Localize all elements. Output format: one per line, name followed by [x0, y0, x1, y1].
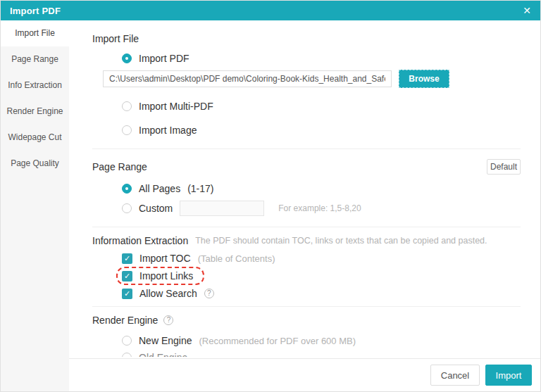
clipped-option-row: Old Engine [92, 350, 521, 357]
import-pdf-option[interactable]: Import PDF [122, 51, 521, 65]
import-file-heading: Import File [92, 33, 521, 44]
allow-search-help-icon[interactable]: ? [204, 289, 214, 298]
import-button[interactable]: Import [485, 365, 532, 386]
sidebar-item-import-file[interactable]: Import File [1, 20, 69, 46]
file-path-input[interactable] [103, 70, 392, 87]
import-pdf-label: Import PDF [139, 53, 189, 64]
dialog-footer: Cancel Import [69, 358, 540, 391]
import-pdf-radio[interactable] [122, 53, 132, 63]
info-extraction-heading-row: Information Extraction The PDF should co… [92, 234, 521, 247]
allow-search-option[interactable]: ✓ Allow Search ? [122, 286, 521, 301]
old-engine-radio[interactable] [122, 353, 132, 357]
browse-button[interactable]: Browse [399, 70, 449, 88]
import-links-label: Import Links [139, 270, 193, 282]
dialog-title: Import PDF [10, 6, 61, 16]
info-extraction-note: The PDF should contain TOC, links or tex… [195, 236, 487, 246]
section-divider [92, 227, 521, 227]
import-links-checkbox[interactable]: ✓ [122, 271, 132, 282]
allow-search-label: Allow Search [139, 288, 197, 299]
sidebar-item-render-engine[interactable]: Render Engine [1, 99, 69, 125]
import-image-radio[interactable] [122, 125, 132, 135]
new-engine-suffix: (Recommended for PDF over 600 MB) [199, 336, 356, 346]
render-engine-heading-row: Render Engine ? [92, 314, 521, 327]
custom-radio[interactable] [122, 203, 132, 213]
sidebar-item-info-extraction[interactable]: Info Extraction [1, 72, 69, 99]
import-multi-pdf-option[interactable]: Import Multi-PDF [122, 99, 521, 113]
import-pdf-dialog: Import PDF ✕ Import File Page Range Info… [0, 0, 541, 392]
custom-range-option[interactable]: Custom For example: 1,5-8,20 [122, 200, 521, 217]
sidebar-item-widepage-cut[interactable]: Widepage Cut [1, 125, 69, 151]
section-divider [92, 306, 521, 307]
render-engine-help-icon[interactable]: ? [163, 315, 173, 325]
allow-search-checkbox[interactable]: ✓ [122, 289, 132, 299]
import-toc-checkbox[interactable]: ✓ [122, 253, 132, 264]
import-links-row: ✓ Import Links [92, 267, 521, 285]
custom-label: Custom [139, 203, 173, 214]
file-path-row: Browse [103, 70, 521, 88]
new-engine-option[interactable]: New Engine (Recommended for PDF over 600… [122, 334, 521, 348]
import-toc-option[interactable]: ✓ Import TOC (Table of Contents) [122, 251, 521, 265]
info-extraction-heading: Information Extraction [92, 235, 188, 246]
import-image-label: Import Image [139, 125, 197, 136]
old-engine-option[interactable]: Old Engine [122, 350, 521, 357]
custom-range-input[interactable] [180, 201, 264, 216]
new-engine-label: New Engine [139, 335, 192, 346]
old-engine-label: Old Engine [139, 352, 187, 357]
page-range-heading-row: Page Range Default [92, 159, 521, 175]
import-multi-pdf-radio[interactable] [122, 101, 132, 111]
import-multi-pdf-label: Import Multi-PDF [139, 101, 213, 112]
import-toc-label: Import TOC [139, 253, 191, 264]
import-links-highlight: ✓ Import Links [116, 267, 204, 285]
default-button[interactable]: Default [487, 159, 521, 175]
main-content: Import File Import PDF Browse Import Mul… [69, 20, 540, 358]
dialog-header: Import PDF ✕ [1, 1, 540, 20]
sidebar: Import File Page Range Info Extraction R… [1, 20, 69, 391]
sidebar-item-page-quality[interactable]: Page Quality [1, 151, 69, 177]
import-toc-suffix: (Table of Contents) [198, 253, 275, 264]
cancel-button[interactable]: Cancel [430, 365, 480, 386]
render-engine-heading: Render Engine [92, 315, 158, 326]
section-divider [92, 148, 521, 149]
close-icon[interactable]: ✕ [523, 6, 531, 15]
import-image-option[interactable]: Import Image [122, 123, 521, 137]
all-pages-option[interactable]: All Pages (1-17) [122, 182, 521, 196]
page-range-heading: Page Range [92, 161, 147, 172]
custom-range-hint: For example: 1,5-8,20 [278, 203, 361, 213]
all-pages-range: (1-17) [187, 183, 213, 194]
sidebar-item-page-range[interactable]: Page Range [1, 46, 69, 72]
new-engine-radio[interactable] [122, 336, 132, 346]
all-pages-label: All Pages [139, 183, 180, 194]
all-pages-radio[interactable] [122, 184, 132, 194]
